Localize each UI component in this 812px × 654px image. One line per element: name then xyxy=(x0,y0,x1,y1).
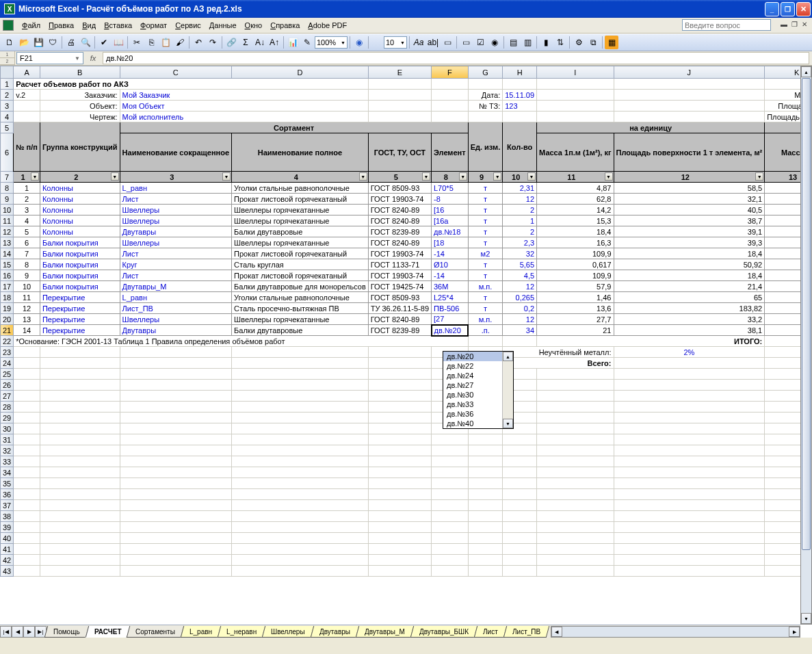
row-header[interactable]: 30 xyxy=(1,423,14,434)
sheet-tab-Сортаменты[interactable]: Сортаменты xyxy=(127,626,184,638)
row-header[interactable]: 34 xyxy=(1,467,14,478)
filter-arrow-icon[interactable]: ▼ xyxy=(359,172,367,181)
col-header-B[interactable]: B xyxy=(40,66,120,79)
menu-Формат[interactable]: Формат xyxy=(136,20,171,31)
col-header-I[interactable]: I xyxy=(537,66,614,79)
zoom-combo[interactable]: 100%▼ xyxy=(315,36,348,49)
row-header[interactable]: 15 xyxy=(1,259,14,270)
col-header-F[interactable]: F xyxy=(432,66,469,79)
cell-dropdown-list[interactable]: дв.№20дв.№22дв.№24дв.№27дв.№30дв.№33дв.№… xyxy=(443,351,514,429)
col-header-E[interactable]: E xyxy=(368,66,431,79)
filter-arrow-icon[interactable]: ▼ xyxy=(527,172,536,181)
print-preview-icon[interactable]: 🔍 xyxy=(79,36,92,49)
col-header-A[interactable]: A xyxy=(14,66,40,79)
doc-icon[interactable] xyxy=(3,20,14,31)
sheet-tab-РАСЧЕТ[interactable]: РАСЧЕТ xyxy=(85,626,130,638)
permissions-icon[interactable]: 🛡 xyxy=(46,36,60,49)
sheet-tab-Двутавры_М[interactable]: Двутавры_М xyxy=(356,626,414,638)
menu-Окно[interactable]: Окно xyxy=(241,20,267,31)
row-header[interactable]: 10 xyxy=(1,205,14,215)
row-header[interactable]: 23 xyxy=(1,347,14,358)
row-header[interactable]: 6 xyxy=(1,133,14,172)
dropdown-scroll-down-icon[interactable]: ▼ xyxy=(503,419,513,428)
save-icon[interactable]: 💾 xyxy=(31,36,45,49)
row-header[interactable]: 21 xyxy=(1,325,14,336)
combobox-icon[interactable]: ▥ xyxy=(521,36,534,49)
button-icon[interactable]: ▭ xyxy=(459,36,473,49)
row-header[interactable]: 29 xyxy=(1,413,14,423)
new-icon[interactable]: 🗋 xyxy=(3,36,16,49)
print-icon[interactable]: 🖨 xyxy=(64,36,78,49)
row-header[interactable]: 28 xyxy=(1,402,14,413)
scrollbar-icon[interactable]: ▮ xyxy=(539,36,553,49)
textbox-icon[interactable]: ab| xyxy=(426,36,440,49)
option-icon[interactable]: ◉ xyxy=(488,36,501,49)
row-header[interactable]: 25 xyxy=(1,369,14,380)
maximize-button[interactable]: ❐ xyxy=(781,2,795,16)
paste-icon[interactable]: 📋 xyxy=(159,36,172,49)
toggle-grid-icon[interactable]: ▦ xyxy=(605,36,618,49)
code-icon[interactable]: ⧉ xyxy=(586,36,600,49)
formula-input[interactable]: дв.№20 xyxy=(103,52,809,64)
row-header[interactable]: 17 xyxy=(1,281,14,292)
row-header[interactable]: 37 xyxy=(1,500,14,511)
sort-asc-icon[interactable]: A↓ xyxy=(253,36,267,49)
row-header[interactable]: 24 xyxy=(1,358,14,369)
group-box-icon[interactable]: ▭ xyxy=(441,36,454,49)
font-size-combo[interactable]: 10▼ xyxy=(384,36,407,49)
row-header[interactable]: 9 xyxy=(1,194,14,205)
filter-arrow-icon[interactable]: ▼ xyxy=(111,172,119,181)
tab-nav-button[interactable]: |◀ xyxy=(0,626,12,638)
row-header[interactable]: 2 xyxy=(1,90,14,101)
row-header[interactable]: 18 xyxy=(1,292,14,303)
fx-icon[interactable]: fx xyxy=(83,54,103,62)
active-cell[interactable]: дв.№20▼ xyxy=(432,325,469,336)
help-icon[interactable]: ◉ xyxy=(352,36,366,49)
research-icon[interactable]: 📖 xyxy=(112,36,125,49)
row-header[interactable]: 5 xyxy=(1,122,14,133)
menu-Вид[interactable]: Вид xyxy=(78,20,100,31)
sheet-tab-Двутавры[interactable]: Двутавры xyxy=(311,626,360,638)
col-header-D[interactable]: D xyxy=(232,66,369,79)
menu-Adobe PDF[interactable]: Adobe PDF xyxy=(304,20,351,31)
sheet-tab-Лист[interactable]: Лист xyxy=(474,626,507,638)
checkbox-icon[interactable]: ☑ xyxy=(473,36,487,49)
scroll-left-icon[interactable]: ◀ xyxy=(551,627,562,637)
hyperlink-icon[interactable]: 🔗 xyxy=(224,36,238,49)
drawing-icon[interactable]: ✎ xyxy=(300,36,314,49)
row-header[interactable]: 43 xyxy=(1,566,14,577)
undo-icon[interactable]: ↶ xyxy=(192,36,205,49)
vertical-scrollbar[interactable]: ▲ ▼ xyxy=(800,66,812,625)
format-painter-icon[interactable]: 🖌 xyxy=(173,36,187,49)
sort-desc-icon[interactable]: A↑ xyxy=(267,36,281,49)
sheet-tab-L_равн[interactable]: L_равн xyxy=(181,626,222,638)
row-header[interactable]: 39 xyxy=(1,522,14,533)
filter-arrow-icon[interactable]: ▼ xyxy=(755,172,763,181)
scroll-thumb[interactable] xyxy=(802,78,811,550)
sheet-tab-Швеллеры[interactable]: Швеллеры xyxy=(262,626,314,638)
row-header[interactable]: 20 xyxy=(1,314,14,325)
filter-arrow-icon[interactable]: ▼ xyxy=(222,172,231,181)
row-header[interactable]: 36 xyxy=(1,489,14,500)
cut-icon[interactable]: ✂ xyxy=(130,36,144,49)
row-header[interactable]: 8 xyxy=(1,183,14,194)
close-button[interactable]: ✕ xyxy=(796,2,811,16)
label-icon[interactable]: Aa xyxy=(412,36,425,49)
row-header[interactable]: 22 xyxy=(1,336,14,347)
ask-question-box[interactable] xyxy=(682,19,771,31)
autosum-icon[interactable]: Σ xyxy=(239,36,252,49)
chart-icon[interactable]: 📊 xyxy=(286,36,300,49)
row-header[interactable]: 7 xyxy=(1,172,14,183)
filter-arrow-icon[interactable]: ▼ xyxy=(422,172,430,181)
row-header[interactable]: 1 xyxy=(1,79,14,90)
spinner-icon[interactable]: ⇅ xyxy=(553,36,567,49)
sheet-tab-Двутавры_БШК[interactable]: Двутавры_БШК xyxy=(410,626,477,638)
scroll-down-icon[interactable]: ▼ xyxy=(801,613,811,624)
scroll-up-icon[interactable]: ▲ xyxy=(801,66,811,77)
row-header[interactable]: 4 xyxy=(1,112,14,122)
sheet-tab-Лист_ПВ[interactable]: Лист_ПВ xyxy=(503,626,549,638)
filter-arrow-icon[interactable]: ▼ xyxy=(493,172,501,181)
tab-nav-button[interactable]: ◀ xyxy=(12,626,23,638)
row-header[interactable]: 26 xyxy=(1,380,14,391)
sheet-tab-Помощь[interactable]: Помощь xyxy=(44,626,89,638)
